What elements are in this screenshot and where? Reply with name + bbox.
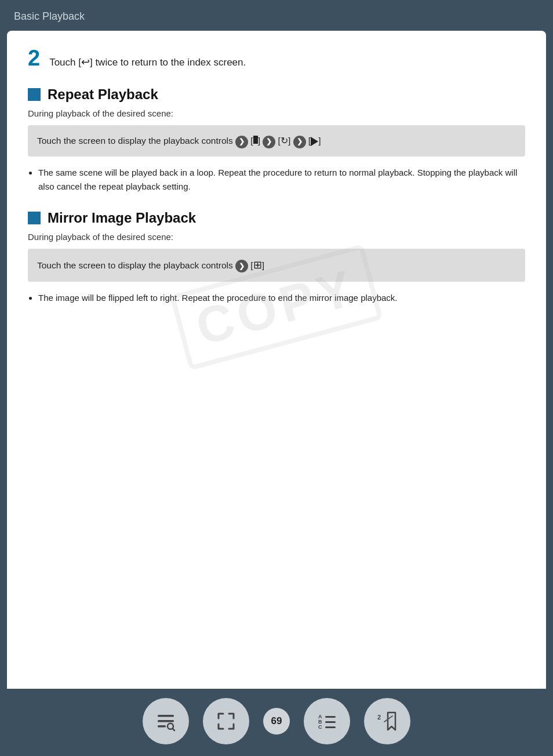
svg-rect-8 bbox=[325, 716, 336, 718]
header-bar: Basic Playback bbox=[0, 0, 553, 31]
repeat-playback-desc: During playback of the desired scene: bbox=[28, 108, 525, 118]
arrow-circle-icon-1: ❯ bbox=[235, 136, 248, 148]
nav-buttons: 69 A B C 2 bbox=[143, 698, 410, 744]
svg-rect-2 bbox=[158, 725, 166, 728]
svg-text:C: C bbox=[318, 724, 322, 730]
step-2-line: 2 Touch [↩] twice to return to the index… bbox=[28, 47, 525, 70]
section-square-icon-2 bbox=[28, 212, 41, 224]
repeat-icon: ↻ bbox=[281, 136, 288, 146]
bottom-navigation: 69 A B C 2 bbox=[0, 689, 553, 756]
repeat-playback-instruction: Touch the screen to display the playback… bbox=[28, 125, 525, 157]
svg-rect-1 bbox=[158, 720, 174, 722]
svg-rect-9 bbox=[325, 721, 336, 723]
repeat-playback-bullets: The same scene will be played back in a … bbox=[38, 166, 525, 194]
mirror-playback-instruction: Touch the screen to display the playback… bbox=[28, 249, 525, 282]
bookmark-button[interactable]: 2 bbox=[364, 698, 410, 744]
mirror-playback-title-row: Mirror Image Playback bbox=[28, 210, 525, 226]
mirror-playback-title: Mirror Image Playback bbox=[48, 210, 196, 226]
svg-marker-12 bbox=[388, 713, 395, 730]
abc-index-button[interactable]: A B C bbox=[304, 698, 350, 744]
menu-button[interactable] bbox=[143, 698, 189, 744]
arrow-circle-icon-3: ❯ bbox=[293, 136, 306, 148]
main-content: 2 Touch [↩] twice to return to the index… bbox=[7, 31, 546, 689]
arrow-circle-icon-4: ❯ bbox=[235, 260, 248, 272]
menu-icon bbox=[155, 710, 177, 732]
page-number: 69 bbox=[271, 715, 282, 727]
play-icon bbox=[311, 137, 318, 146]
repeat-playback-title-row: Repeat Playback bbox=[28, 86, 525, 103]
mirror-playback-bullet: The image will be flipped left to right.… bbox=[38, 291, 525, 305]
expand-button[interactable] bbox=[203, 698, 249, 744]
mirror-icon: ⊞ bbox=[253, 259, 262, 271]
expand-icon bbox=[215, 710, 237, 732]
header-title: Basic Playback bbox=[14, 10, 85, 22]
svg-rect-10 bbox=[325, 726, 336, 728]
repeat-playback-bullet: The same scene will be played back in a … bbox=[38, 166, 525, 194]
step-number-2: 2 bbox=[28, 47, 40, 69]
bookmark-icon: 2 bbox=[376, 710, 398, 732]
abc-index-icon: A B C bbox=[316, 710, 338, 732]
svg-rect-0 bbox=[158, 715, 174, 717]
repeat-playback-title: Repeat Playback bbox=[48, 86, 158, 103]
step-2-text: Touch [↩] twice to return to the index s… bbox=[49, 54, 246, 70]
pause-icon bbox=[253, 134, 258, 148]
mirror-playback-desc: During playback of the desired scene: bbox=[28, 232, 525, 242]
svg-text:2: 2 bbox=[377, 714, 381, 721]
mirror-playback-bullets: The image will be flipped left to right.… bbox=[38, 291, 525, 305]
arrow-circle-icon-2: ❯ bbox=[263, 136, 275, 148]
section-square-icon bbox=[28, 88, 41, 101]
svg-line-4 bbox=[173, 729, 175, 731]
page-number-badge: 69 bbox=[263, 708, 290, 735]
